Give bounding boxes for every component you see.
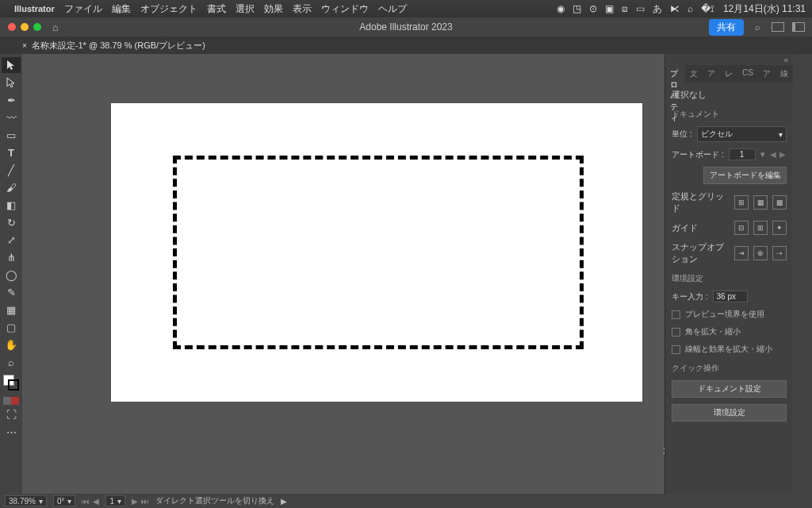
prefs-section-label: 環境設定 [672, 273, 787, 284]
status-icon-1[interactable]: ◳ [573, 3, 581, 14]
tab-layers[interactable]: レ [720, 65, 737, 83]
chevron-down-icon[interactable]: ▾ [760, 149, 765, 160]
close-tab-icon[interactable]: × [22, 41, 27, 50]
scale-strokes-checkbox[interactable]: 線幅と効果を拡大・縮小 [672, 344, 787, 355]
hand-tool[interactable]: ✋ [2, 337, 21, 352]
grid-toggle-icon[interactable]: ▦ [753, 195, 768, 210]
scale-corners-checkbox[interactable]: 角を拡大・縮小 [672, 326, 787, 337]
artboard-prev-icon[interactable]: ◀ [770, 150, 776, 159]
fill-stroke-control[interactable] [3, 375, 19, 392]
key-input-field[interactable]: 36 px [713, 291, 748, 302]
zoom-tool[interactable]: ⌕ [2, 354, 21, 370]
edit-toolbar-button[interactable]: ⋯ [2, 424, 21, 440]
right-rail [793, 54, 812, 494]
share-button[interactable]: 共有 [709, 19, 744, 36]
artboard-next-icon[interactable]: ▶ [132, 497, 138, 506]
preferences-button[interactable]: 環境設定 [672, 404, 787, 421]
tab-assets[interactable]: ア [758, 65, 776, 83]
ruler-toggle-icon[interactable]: ⊞ [734, 195, 749, 210]
artboard-label: アートボード : [672, 149, 724, 160]
menu-object[interactable]: オブジェクト [140, 2, 197, 16]
stroke-swatch[interactable] [8, 379, 19, 391]
artboard-prev-icon[interactable]: ◀ [93, 497, 99, 506]
rotate-tool[interactable]: ↻ [2, 214, 21, 230]
zoom-window-button[interactable] [33, 23, 41, 31]
smart-guides-icon[interactable]: ✦ [772, 221, 787, 235]
menu-help[interactable]: ヘルプ [378, 2, 407, 16]
width-tool[interactable]: ⋔ [2, 249, 21, 265]
hint-expand-icon[interactable]: ▶ [281, 497, 287, 506]
snap-grid-icon[interactable]: ⊕ [753, 246, 768, 260]
menu-effect[interactable]: 効果 [264, 2, 283, 16]
selection-tool[interactable] [2, 57, 21, 73]
wifi-icon[interactable]: ⧔ [670, 3, 680, 14]
artboard-last-icon[interactable]: ⏭ [141, 497, 149, 506]
guides-lock-icon[interactable]: ⊞ [753, 221, 768, 235]
shape-builder-tool[interactable]: ◯ [2, 267, 21, 283]
clock[interactable]: 12月14日(水) 11:31 [723, 2, 806, 16]
scale-tool[interactable]: ⤢ [2, 232, 21, 248]
line-tool[interactable]: ╱ [2, 162, 21, 178]
artboard-number-field[interactable]: 1 [729, 148, 756, 160]
snap-point-icon[interactable]: ⇥ [734, 246, 749, 260]
tab-character[interactable]: 文 [685, 65, 703, 83]
tab-properties[interactable]: プロパティ [665, 65, 685, 83]
panel-collapse-icon[interactable]: « [665, 54, 793, 65]
status-icon-2[interactable]: ⊙ [589, 3, 597, 14]
tab-stroke[interactable]: 線 [776, 65, 793, 83]
screen-mode-tool[interactable]: ⛶ [2, 406, 21, 422]
direct-selection-tool[interactable] [2, 75, 21, 90]
app-title: Adobe Illustrator 2023 [359, 21, 452, 33]
rotate-field[interactable]: 0°▾ [53, 495, 76, 506]
artboard-next-icon[interactable]: ▶ [779, 150, 786, 159]
artboard-first-icon[interactable]: ⏮ [82, 497, 90, 506]
artboard-nav-field[interactable]: 1▾ [105, 495, 125, 506]
tab-cs[interactable]: CS [737, 65, 758, 83]
input-icon[interactable]: あ [653, 2, 662, 16]
snap-pixel-icon[interactable]: ⇢ [772, 246, 787, 260]
workspace-icon[interactable] [791, 20, 806, 34]
edit-artboard-button[interactable]: アートボードを編集 [703, 167, 787, 184]
zoom-field[interactable]: 38.79%▾ [5, 495, 47, 506]
menu-select[interactable]: 選択 [236, 2, 255, 16]
document-tab[interactable]: × 名称未設定-1* @ 38.79 % (RGB/プレビュー) [22, 40, 205, 52]
scale-strokes-label: 線幅と効果を拡大・縮小 [685, 344, 772, 355]
close-window-button[interactable] [8, 23, 16, 31]
gradient-tool[interactable]: ▦ [2, 302, 21, 318]
guides-visibility-icon[interactable]: ⊟ [734, 221, 749, 235]
search-app-icon[interactable]: ⌕ [750, 20, 764, 34]
eraser-tool[interactable]: ◧ [2, 197, 21, 213]
canvas[interactable]: ➤ [22, 54, 665, 494]
chevron-down-icon: ▾ [117, 497, 121, 506]
document-setup-button[interactable]: ドキュメント設定 [672, 380, 787, 398]
minimize-window-button[interactable] [21, 23, 29, 31]
dashed-rectangle-object[interactable] [173, 156, 584, 349]
status-icon-3[interactable]: ▣ [605, 3, 614, 14]
battery-icon[interactable]: ▭ [636, 3, 645, 14]
line-icon[interactable]: ◉ [557, 3, 565, 14]
paintbrush-tool[interactable]: 🖌 [2, 179, 21, 195]
draw-mode-control[interactable] [3, 397, 19, 405]
panel-tabs: プロパティ 文 ア レ CS ア 線 [665, 65, 793, 83]
rectangle-tool[interactable]: ▭ [2, 127, 21, 143]
menu-edit[interactable]: 編集 [112, 2, 131, 16]
unit-select[interactable]: ピクセル ▾ [697, 126, 787, 142]
menu-window[interactable]: ウィンドウ [321, 2, 369, 16]
type-tool[interactable]: T [2, 144, 21, 160]
tab-art[interactable]: ア [703, 65, 720, 83]
preview-bounds-checkbox[interactable]: プレビュー境界を使用 [672, 309, 787, 320]
curvature-tool[interactable]: 〰 [2, 110, 21, 125]
arrange-icon[interactable] [771, 20, 785, 34]
menu-file[interactable]: ファイル [64, 2, 102, 16]
menu-view[interactable]: 表示 [293, 2, 312, 16]
menu-type[interactable]: 書式 [207, 2, 226, 16]
app-menu[interactable]: Illustrator [14, 4, 55, 13]
pen-tool[interactable]: ✒ [2, 92, 21, 108]
home-icon[interactable]: ⌂ [52, 21, 59, 33]
eyedropper-tool[interactable]: ✎ [2, 284, 21, 300]
search-icon[interactable]: ⌕ [688, 3, 693, 14]
bluetooth-icon[interactable]: ⧇ [622, 3, 628, 14]
transparency-grid-icon[interactable]: ▩ [772, 195, 787, 210]
artboard-tool[interactable]: ▢ [2, 319, 21, 335]
control-center-icon[interactable]: �⟟ [701, 3, 714, 14]
